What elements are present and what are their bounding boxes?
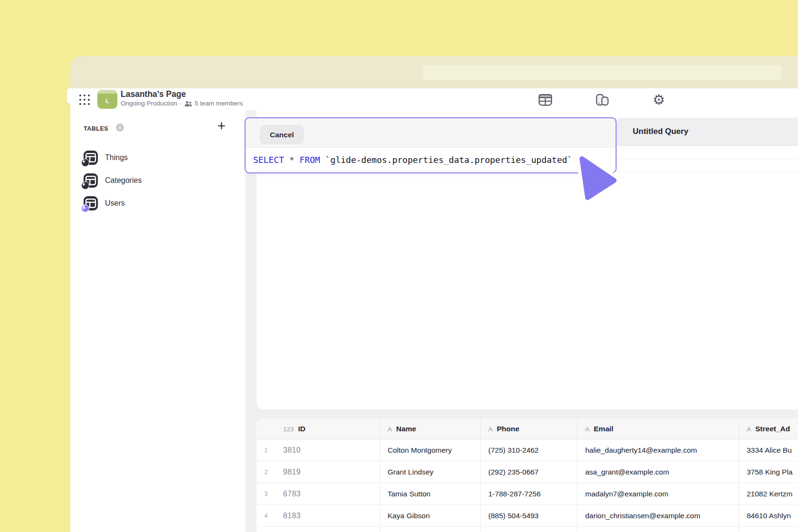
cell-street[interactable]: 3758 King Pla [739,461,798,483]
column-header-name[interactable]: A Name [380,419,481,439]
sql-keyword-from: FROM [300,155,320,165]
cell-street[interactable]: 5430 Clifton [739,527,798,532]
title-block: Lasantha's Page Ongoing Production · 5 t… [121,89,243,108]
cell-street[interactable]: 84610 Ashlyn [739,505,798,526]
app-grid-icon[interactable] [79,94,90,105]
table-row: 4 8183 Kaya Gibson (885) 504-5493 darion… [256,505,798,527]
subtitle-text: Ongoing Production [121,99,177,108]
cancel-button[interactable]: Cancel [260,125,304,144]
data-editor-icon[interactable] [538,93,553,107]
column-header-email[interactable]: A Email [578,419,739,439]
sql-keyword-select: SELECT [253,155,284,165]
cell-street[interactable]: 21082 Kertzm [739,483,798,504]
cell-name[interactable]: Kaya Gibson [380,505,481,526]
layout-editor-icon[interactable] [595,93,610,107]
bolt-badge-icon [81,181,89,190]
cell-phone[interactable]: (885) 504-5493 [481,505,578,526]
sidebar-items: Things Categories [70,146,246,215]
app-header: L Lasantha's Page Ongoing Production · 5… [70,88,798,111]
avatar-letter: L [105,97,109,104]
query-title: Untitled Query [633,118,798,145]
cell-email[interactable]: madalyn7@example.com [578,483,739,504]
user-badge-icon [81,204,89,212]
cell-id[interactable]: 2 9819 [256,461,380,483]
settings-gear-icon[interactable]: ⚙ [651,93,666,107]
cell-email[interactable]: pedro_rowe63@example.com [578,527,739,532]
page-title: Lasantha's Page [121,89,243,99]
avatar-shine [97,90,117,94]
text-type-icon: A [388,426,392,433]
cell-name[interactable]: Tamia Sutton [380,483,481,504]
row-number: 1 [256,447,276,454]
sidebar-item-label: Users [105,199,125,208]
cell-email[interactable]: halie_daugherty14@example.com [578,439,739,461]
sidebar-item-things[interactable]: Things [70,146,246,169]
sidebar-item-label: Categories [105,176,142,185]
cell-phone[interactable]: (422) 425-4165 [481,527,578,532]
cell-name[interactable]: Kimora Foley [380,527,481,532]
table-icon [84,151,98,165]
sidebar-item-categories[interactable]: Categories [70,169,246,192]
app-avatar[interactable]: L [97,90,117,109]
team-icon [184,101,192,107]
table-row: 2 9819 Grant Lindsey (292) 235-0667 asa_… [256,461,798,483]
text-type-icon: A [747,426,751,433]
team-members-count: 5 team members [195,99,243,108]
row-number: 3 [256,491,276,497]
table-row: 3 6783 Tamia Sutton 1-788-287-7256 madal… [256,483,798,505]
text-type-icon: A [488,426,493,433]
cell-email[interactable]: darion_christiansen@example.com [578,505,739,526]
cell-phone[interactable]: 1-788-287-7256 [481,483,578,504]
subtitle-separator: · [180,99,182,108]
cell-name[interactable]: Grant Lindsey [380,461,481,483]
cell-id[interactable]: 4 8183 [256,505,380,526]
cell-street[interactable]: 3334 Alice Bu [739,439,798,461]
tables-sidebar: TABLES i + Things [70,110,246,532]
cell-phone[interactable]: (725) 310-2462 [481,439,578,461]
sql-star: * [289,155,294,165]
cell-id[interactable]: 1 3810 [256,439,380,461]
cell-email[interactable]: asa_grant@example.com [578,461,739,483]
cell-name[interactable]: Colton Montgomery [380,439,481,461]
cell-phone[interactable]: (292) 235-0667 [481,461,578,483]
table-icon [84,196,98,210]
info-icon[interactable]: i [116,124,124,132]
sql-table-name: `glide-demos.properties_data.properties_… [325,155,572,165]
sql-editor: Cancel SELECT * FROM `glide-demos.proper… [245,117,617,173]
row-number: 2 [256,469,276,475]
add-table-button[interactable]: + [217,119,226,133]
table-icon [84,173,98,188]
bolt-badge-icon [81,159,89,167]
number-type-icon: 123 [283,426,294,433]
desktop: L Lasantha's Page Ongoing Production · 5… [0,0,798,532]
results-table: 123 ID A Name A Phone A Email A Street_A… [256,419,798,532]
table-header-row: 123 ID A Name A Phone A Email A Street_A… [256,419,798,439]
sidebar-item-label: Things [105,153,128,162]
text-type-icon: A [585,426,589,433]
sidebar-item-users[interactable]: Users [70,192,246,215]
page-subtitle: Ongoing Production · 5 team members [121,99,243,108]
query-title-tab[interactable]: Untitled Query [617,118,798,146]
column-header-street[interactable]: A Street_Ad [739,419,798,439]
divider [617,159,798,159]
column-header-id[interactable]: 123 ID [256,419,380,439]
address-bar[interactable] [423,65,782,80]
table-row: 1 3810 Colton Montgomery (725) 310-2462 … [256,439,798,461]
tables-section-label: TABLES [84,125,108,132]
column-header-phone[interactable]: A Phone [481,419,578,439]
divider [617,172,798,172]
table-row: 5 5610 Kimora Foley (422) 425-4165 pedro… [256,527,798,532]
row-number: 4 [256,513,276,519]
sidebar-header: TABLES i + [70,110,246,139]
cell-id[interactable]: 3 6783 [256,483,380,504]
sql-input[interactable]: SELECT * FROM `glide-demos.properties_da… [246,147,616,172]
cell-id[interactable]: 5 5610 [256,527,380,532]
